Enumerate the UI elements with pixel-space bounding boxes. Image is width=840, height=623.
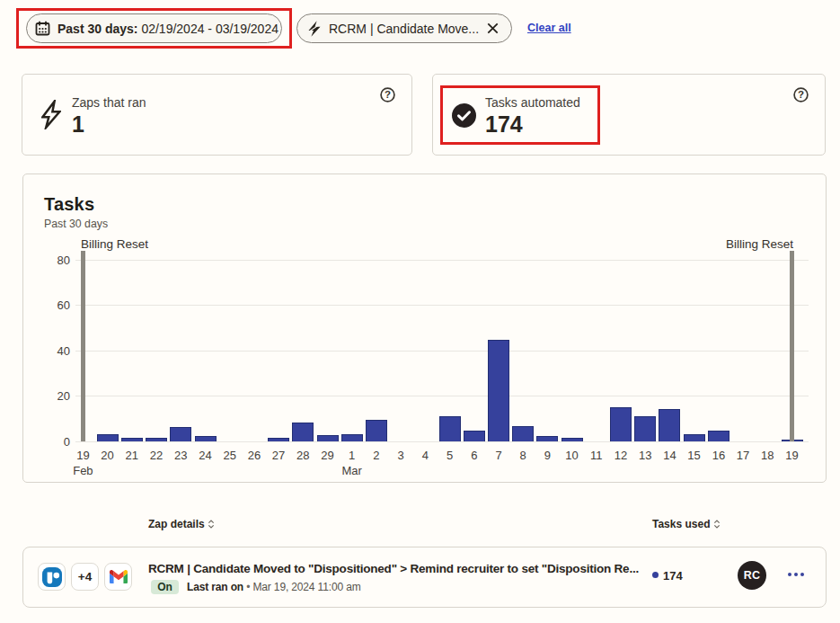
svg-text:?: ? [798,89,804,100]
svg-text:?: ? [385,89,391,100]
